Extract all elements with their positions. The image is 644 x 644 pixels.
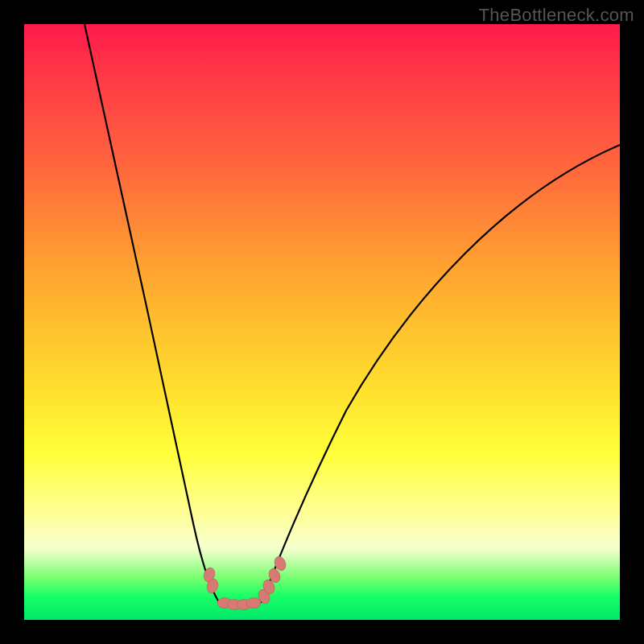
right-curve: [262, 145, 620, 602]
watermark-text: TheBottleneck.com: [479, 5, 634, 26]
beads-floor: [217, 598, 261, 610]
left-curve: [85, 24, 219, 602]
bead: [246, 598, 261, 609]
plot-area: [24, 24, 620, 620]
beads-right: [257, 555, 288, 605]
chart-frame: TheBottleneck.com: [0, 0, 644, 644]
curves-svg: [24, 24, 620, 620]
